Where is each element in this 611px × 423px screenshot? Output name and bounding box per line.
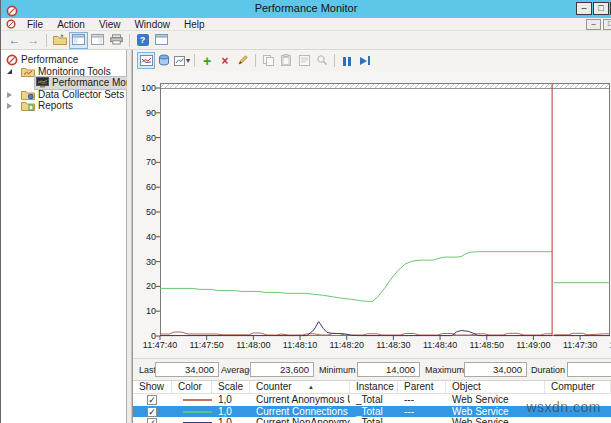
column-header-color[interactable]: Color [172,381,212,393]
highlight-button[interactable] [234,52,252,69]
counter-cell: Current Anonymous Users [250,394,350,406]
x-axis-label: 11:48:00 [231,340,275,350]
action-pane-button[interactable] [88,32,107,49]
help-button[interactable]: ? [133,32,152,49]
tree-item-monitoring-tools[interactable]: Monitoring Tools [1,66,126,78]
up-one-level-button[interactable] [50,32,69,49]
play-bar-icon [368,56,370,65]
add-counter-button[interactable]: + [198,52,216,69]
menu-item-file[interactable]: File [20,18,50,31]
performance-monitor-window: Performance Monitor – □ × FileActionView… [0,0,611,423]
copy-properties-button[interactable] [259,52,277,69]
computer-cell [545,417,611,423]
instance-cell: _Total [350,417,398,423]
maximize-button[interactable]: □ [593,2,609,15]
column-header-show[interactable]: Show [133,381,172,393]
change-graph-type-button[interactable]: ▾ [173,52,191,69]
monitor-icon [36,77,49,88]
object-cell: Web Service [446,417,545,423]
minimize-button[interactable]: – [576,2,592,15]
export-list-button[interactable] [107,32,126,49]
color-cell [172,417,212,423]
instance-cell: _Total [350,394,398,406]
tree-item-data-collector-sets[interactable]: Data Collector Sets [1,89,126,101]
forward-button[interactable]: → [24,32,43,49]
show-cell: ✓ [133,417,172,423]
console-tree: PerformanceMonitoring ToolsPerformance M… [1,50,127,423]
x-axis-label: 11:49:00 [511,340,555,350]
column-header-label: Scale [218,381,243,392]
show-checkbox[interactable]: ✓ [147,418,157,423]
column-header-instance[interactable]: Instance [350,381,398,393]
console-tree-toggle-button[interactable] [69,32,88,49]
tree-item-performance-monitor[interactable]: Performance Monitor [1,77,126,89]
counter-row-current-nonanonymous[interactable]: ✓1,0Current NonAnonymous ..._Total---Web… [133,417,611,423]
column-header-counter[interactable]: Counter▲ [250,381,350,393]
child-minimize-button[interactable]: – [586,19,601,30]
menu-item-view[interactable]: View [92,18,128,31]
magnifier-icon [316,52,328,70]
tree-item-label: Monitoring Tools [38,66,111,77]
column-header-label: Object [452,381,481,392]
show-window-button[interactable] [152,32,171,49]
zoom-button[interactable] [313,52,331,69]
tree-item-performance[interactable]: Performance [1,54,126,66]
y-axis-label: 10 [134,306,156,316]
column-header-parent[interactable]: Parent [398,381,446,393]
delete-counter-button[interactable]: × [216,52,234,69]
show-checkbox[interactable]: ✓ [147,407,157,417]
tree-item-label: Performance [21,54,78,65]
delete-icon: × [221,54,228,68]
folder-report-icon [21,100,35,111]
console-tree-icon [72,31,85,49]
graph-type-icon [174,52,185,70]
toolbar-separator [194,54,195,67]
add-icon: + [203,54,211,68]
chevron-down-icon: ▾ [186,56,190,65]
view-current-activity-button[interactable] [137,52,155,69]
perfmon-icon [6,54,18,66]
statistics-bar: Last34,000Average23,600Minimum14,000Maxi… [133,358,611,380]
clipboard-icon [281,52,291,70]
show-checkbox[interactable]: ✓ [147,395,157,405]
freeze-display-button[interactable] [338,52,356,69]
stat-value-minimum: 14,000 [357,362,420,377]
column-header-computer[interactable]: Computer [545,381,611,393]
details-pane: ▾ + × 010203040506070809010011:47:4011:4… [132,50,611,423]
sort-ascending-icon: ▲ [308,381,314,393]
view-log-data-button[interactable] [155,52,173,69]
column-header-label: Computer [551,381,595,392]
column-header-scale[interactable]: Scale [212,381,250,393]
show-cell: ✓ [133,406,172,418]
expand-arrow-icon[interactable] [7,103,12,109]
tree-item-reports[interactable]: Reports [1,100,126,112]
performance-graph[interactable] [160,83,610,336]
color-cell [172,406,212,418]
tree-item-label: Reports [38,100,73,111]
stat-label-minimum: Minimum [319,365,356,375]
column-header-label: Counter [256,381,292,392]
paste-counter-list-button[interactable] [277,52,295,69]
menu-item-action[interactable]: Action [50,18,92,31]
expand-arrow-icon[interactable] [7,92,12,98]
stat-value-maximum: 34,000 [464,362,527,377]
back-button[interactable]: ← [5,32,24,49]
parent-cell: --- [398,417,446,423]
menu-item-window[interactable]: Window [127,18,177,31]
console-window-icon [155,31,168,49]
menu-item-help[interactable]: Help [177,18,212,31]
child-restore-button[interactable]: □ [603,19,611,30]
toolbar-separator [334,54,335,67]
log-data-icon [158,52,170,70]
console-toolbar: ← → ? [1,31,611,50]
collapse-arrow-icon[interactable] [7,69,12,74]
column-header-label: Show [139,381,164,392]
column-header-object[interactable]: Object [446,381,545,393]
properties-button[interactable] [295,52,313,69]
instance-cell: _Total [350,406,398,418]
scale-cell: 1,0 [212,406,250,418]
chart-surface: 010203040506070809010011:47:4011:47:5011… [133,71,611,358]
stat-value-last: 34,000 [155,362,219,377]
update-data-button[interactable] [356,52,374,69]
properties-icon [299,52,310,70]
